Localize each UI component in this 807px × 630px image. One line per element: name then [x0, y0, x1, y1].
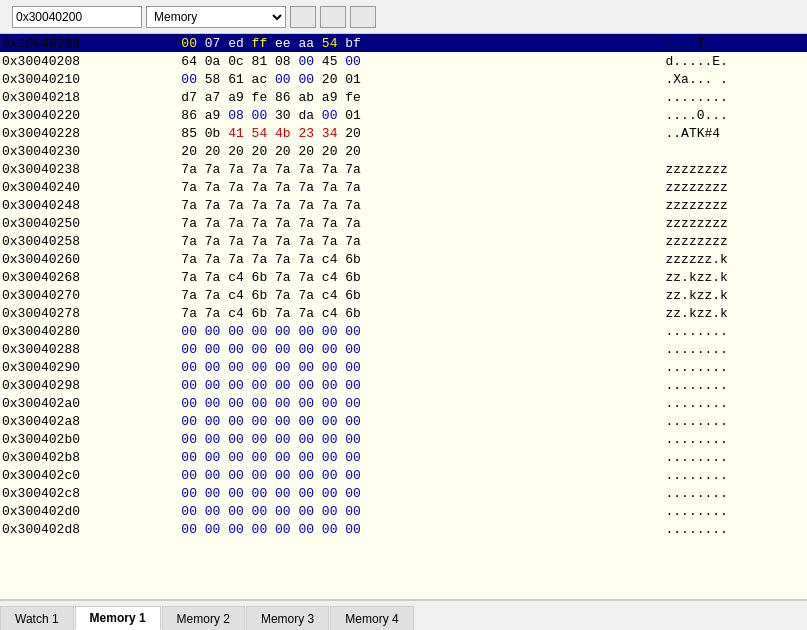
byte-value: 00 — [252, 414, 268, 429]
table-row[interactable]: 0x300402387a 7a 7a 7a 7a 7a 7a 7azzzzzzz… — [0, 160, 807, 178]
addr-cell: 0x30040270 — [0, 286, 179, 304]
table-row[interactable]: 0x300402b000 00 00 00 00 00 00 00.......… — [0, 430, 807, 448]
byte-value: 00 — [275, 378, 291, 393]
chars-cell: ....0... — [664, 106, 807, 124]
byte-value: 7a — [228, 252, 244, 267]
tab-watch1[interactable]: Watch 1 — [0, 606, 74, 630]
byte-value: c4 — [322, 270, 338, 285]
bytes-cell: 7a 7a 7a 7a 7a 7a 7a 7a — [179, 232, 663, 250]
byte-value: 00 — [228, 378, 244, 393]
table-row[interactable]: 0x3004020864 0a 0c 81 08 00 45 00d.....E… — [0, 52, 807, 70]
byte-value: 0b — [205, 126, 221, 141]
type-select[interactable]: MemoryCodeStack — [146, 6, 286, 28]
byte-value: 00 — [205, 396, 221, 411]
tab-memory3[interactable]: Memory 3 — [246, 606, 329, 630]
table-row[interactable]: 0x300402487a 7a 7a 7a 7a 7a 7a 7azzzzzzz… — [0, 196, 807, 214]
byte-value: 00 — [298, 342, 314, 357]
address-input[interactable] — [12, 6, 142, 28]
table-row[interactable]: 0x300402687a 7a c4 6b 7a 7a c4 6bzz.kzz.… — [0, 268, 807, 286]
byte-value: ff — [252, 36, 268, 51]
bytes-cell: 7a 7a 7a 7a 7a 7a 7a 7a — [179, 214, 663, 232]
table-row[interactable]: 0x300402507a 7a 7a 7a 7a 7a 7a 7azzzzzzz… — [0, 214, 807, 232]
tab-memory2[interactable]: Memory 2 — [162, 606, 245, 630]
table-row[interactable]: 0x3004028800 00 00 00 00 00 00 00.......… — [0, 340, 807, 358]
byte-value: 6b — [345, 252, 361, 267]
memory-table: 0x3004020000 07 ed ff ee aa 54 bf....T.0… — [0, 34, 807, 538]
byte-value: 00 — [205, 342, 221, 357]
chars-cell: ..ATK#4 — [664, 124, 807, 142]
table-row[interactable]: 0x3004028000 00 00 00 00 00 00 00.......… — [0, 322, 807, 340]
addr-cell: 0x300402d8 — [0, 520, 179, 538]
byte-value: 00 — [228, 522, 244, 537]
byte-value: ab — [298, 90, 314, 105]
table-row[interactable]: 0x3004022086 a9 08 00 30 da 00 01....0..… — [0, 106, 807, 124]
table-row[interactable]: 0x300402d800 00 00 00 00 00 00 00.......… — [0, 520, 807, 538]
byte-value: 7a — [181, 270, 197, 285]
byte-value: 20 — [275, 144, 291, 159]
table-row[interactable]: 0x3004023020 20 20 20 20 20 20 20 — [0, 142, 807, 160]
byte-value: 20 — [181, 144, 197, 159]
tab-memory1[interactable]: Memory 1 — [75, 606, 161, 630]
table-row[interactable]: 0x300402c800 00 00 00 00 00 00 00.......… — [0, 484, 807, 502]
table-row[interactable]: 0x3004021000 58 61 ac 00 00 20 01.Xa... … — [0, 70, 807, 88]
table-row[interactable]: 0x3004029000 00 00 00 00 00 00 00.......… — [0, 358, 807, 376]
byte-value: 00 — [322, 522, 338, 537]
table-row[interactable]: 0x300402b800 00 00 00 00 00 00 00.......… — [0, 448, 807, 466]
byte-value: 45 — [322, 54, 338, 69]
addr-cell: 0x30040240 — [0, 178, 179, 196]
byte-value: 7a — [181, 288, 197, 303]
dropdown-button[interactable] — [290, 6, 316, 28]
byte-value: 00 — [345, 486, 361, 501]
addr-cell: 0x30040200 — [0, 34, 179, 52]
byte-value: 01 — [345, 108, 361, 123]
bytes-cell: 7a 7a 7a 7a 7a 7a 7a 7a — [179, 160, 663, 178]
byte-value: 7a — [252, 252, 268, 267]
table-row[interactable]: 0x300402a000 00 00 00 00 00 00 00.......… — [0, 394, 807, 412]
byte-value: 00 — [252, 360, 268, 375]
table-row[interactable]: 0x300402607a 7a 7a 7a 7a 7a c4 6bzzzzzz.… — [0, 250, 807, 268]
table-row[interactable]: 0x3004020000 07 ed ff ee aa 54 bf....T. — [0, 34, 807, 52]
addr-cell: 0x300402a8 — [0, 412, 179, 430]
byte-value: d7 — [181, 90, 197, 105]
byte-value: aa — [298, 36, 314, 51]
table-row[interactable]: 0x300402a800 00 00 00 00 00 00 00.......… — [0, 412, 807, 430]
byte-value: 00 — [181, 432, 197, 447]
memory-view[interactable]: 0x3004020000 07 ed ff ee aa 54 bf....T.0… — [0, 34, 807, 600]
byte-value: 7a — [228, 180, 244, 195]
addr-cell: 0x300402a0 — [0, 394, 179, 412]
table-row[interactable]: 0x30040218d7 a7 a9 fe 86 ab a9 fe.......… — [0, 88, 807, 106]
byte-value: ed — [228, 36, 244, 51]
table-row[interactable]: 0x300402c000 00 00 00 00 00 00 00.......… — [0, 466, 807, 484]
byte-value: 7a — [228, 198, 244, 213]
export-button[interactable] — [320, 6, 346, 28]
tab-memory4[interactable]: Memory 4 — [330, 606, 413, 630]
byte-value: 0a — [205, 54, 221, 69]
byte-value: 86 — [275, 90, 291, 105]
byte-value: 00 — [205, 522, 221, 537]
table-row[interactable]: 0x3004029800 00 00 00 00 00 00 00.......… — [0, 376, 807, 394]
byte-value: 7a — [298, 234, 314, 249]
table-row[interactable]: 0x300402707a 7a c4 6b 7a 7a c4 6bzz.kzz.… — [0, 286, 807, 304]
byte-value: c4 — [322, 288, 338, 303]
table-row[interactable]: 0x300402587a 7a 7a 7a 7a 7a 7a 7azzzzzzz… — [0, 232, 807, 250]
table-row[interactable]: 0x300402407a 7a 7a 7a 7a 7a 7a 7azzzzzzz… — [0, 178, 807, 196]
byte-value: 00 — [322, 468, 338, 483]
table-row[interactable]: 0x3004022885 0b 41 54 4b 23 34 20..ATK#4 — [0, 124, 807, 142]
bytes-cell: 00 00 00 00 00 00 00 00 — [179, 412, 663, 430]
byte-value: 00 — [345, 504, 361, 519]
byte-value: 00 — [275, 468, 291, 483]
byte-value: 00 — [345, 324, 361, 339]
table-row[interactable]: 0x300402787a 7a c4 6b 7a 7a c4 6bzz.kzz.… — [0, 304, 807, 322]
chars-cell: ........ — [664, 484, 807, 502]
table-row[interactable]: 0x300402d000 00 00 00 00 00 00 00.......… — [0, 502, 807, 520]
chars-cell: zzzzzzzz — [664, 160, 807, 178]
byte-value: 08 — [228, 108, 244, 123]
bytes-cell: 7a 7a 7a 7a 7a 7a 7a 7a — [179, 196, 663, 214]
info-button[interactable] — [350, 6, 376, 28]
bytes-cell: 85 0b 41 54 4b 23 34 20 — [179, 124, 663, 142]
byte-value: 00 — [345, 522, 361, 537]
byte-value: 7a — [298, 216, 314, 231]
byte-value: 00 — [322, 342, 338, 357]
byte-value: 00 — [275, 396, 291, 411]
addr-cell: 0x30040230 — [0, 142, 179, 160]
